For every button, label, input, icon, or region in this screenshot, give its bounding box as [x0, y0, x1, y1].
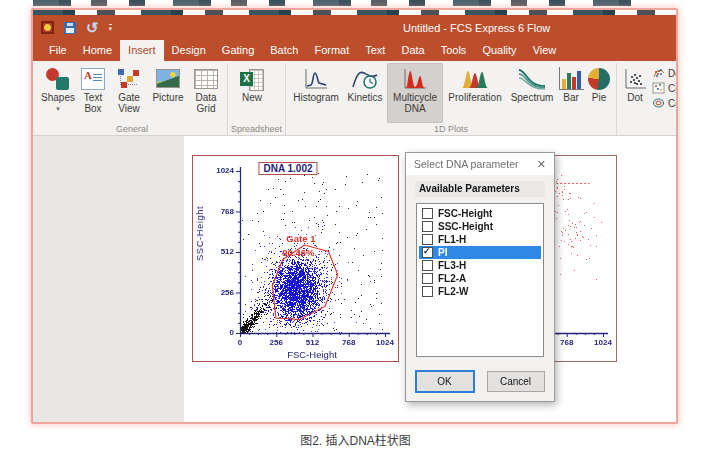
small-button-label: Cont: [668, 98, 676, 109]
parameter-row-fsc-height[interactable]: FSC-Height: [419, 207, 541, 220]
tab-text[interactable]: Text: [357, 40, 393, 61]
cancel-button[interactable]: Cancel: [487, 371, 545, 392]
tab-quality[interactable]: Quality: [474, 40, 524, 61]
checkbox-ssc-height[interactable]: [422, 221, 433, 232]
checkbox-fl2-w[interactable]: [422, 286, 433, 297]
tab-tools[interactable]: Tools: [433, 40, 475, 61]
parameter-label: FL2-A: [438, 273, 466, 284]
ribbon-tab-bar: FileHomeInsertDesignGatingBatchFormatTex…: [33, 40, 676, 61]
ribbon-small-button-colo[interactable]: Colo: [652, 81, 676, 96]
ribbon-button-label: Proliferation: [448, 93, 501, 104]
tab-batch[interactable]: Batch: [262, 40, 306, 61]
ribbon-button-shapes[interactable]: Shapes▾: [40, 63, 76, 123]
checkbox-fl1-h[interactable]: [422, 234, 433, 245]
tab-insert[interactable]: Insert: [120, 40, 164, 61]
ribbon-button-label: Text Box: [77, 93, 109, 115]
parameter-label: SSC-Height: [438, 221, 493, 232]
ribbon-button-picture[interactable]: Picture: [148, 63, 188, 123]
ribbon-group-label: [620, 123, 676, 136]
ribbon-button-dot[interactable]: Dot: [620, 63, 650, 123]
ok-button[interactable]: OK: [416, 371, 474, 392]
save-icon[interactable]: [64, 22, 76, 34]
ribbon-button-label: Shapes: [41, 93, 75, 104]
excel-icon: X: [240, 65, 264, 92]
app-logo-icon[interactable]: [41, 21, 54, 34]
ribbon-button-text-box[interactable]: AText Box: [76, 63, 110, 123]
ribbon-button-proliferation[interactable]: Proliferation: [443, 63, 507, 123]
plot-title-box[interactable]: DNA 1.002: [258, 162, 317, 175]
window-title: Untitled - FCS Express 6 Flow: [403, 22, 550, 34]
ribbon-button-label: Multicycle DNA: [388, 93, 442, 115]
dot-icon: [622, 65, 648, 92]
parameter-listbox[interactable]: FSC-HeightSSC-HeightFL1-HPIFL3-HFL2-AFL2…: [416, 203, 544, 357]
ribbon-group-label: Spreadsheet: [231, 123, 282, 136]
customize-quick-access-icon[interactable]: ▾: [109, 24, 113, 31]
ribbon-button-multicycle-dna[interactable]: Multicycle DNA: [387, 63, 443, 123]
parameter-label: FSC-Height: [438, 208, 492, 219]
checkbox-fl2-a[interactable]: [422, 273, 433, 284]
ribbon-group-1d-plots: HistogramKineticsMulticycle DNAProlifera…: [286, 63, 617, 135]
ribbon-button-bar[interactable]: Bar: [557, 63, 585, 123]
parameter-label: PI: [438, 247, 447, 258]
scatter-plot-canvas: [193, 156, 400, 363]
bar-icon: [559, 65, 584, 92]
ribbon-button-spectrum[interactable]: Spectrum: [507, 63, 557, 123]
dialog-buttons: OK Cancel: [406, 371, 554, 392]
ribbon-button-label: Data Grid: [189, 93, 223, 115]
spectrum-icon: [517, 65, 547, 92]
screenshot-frame: ↺ ▾ Untitled - FCS Express 6 Flow FileHo…: [31, 8, 678, 424]
ribbon-button-label: Picture: [152, 93, 183, 104]
gateview-icon: [117, 65, 141, 92]
kinetics-icon: [351, 65, 379, 92]
tab-data[interactable]: Data: [393, 40, 432, 61]
ribbon-group-spreadsheet: XNewSpreadsheet: [228, 63, 286, 135]
ribbon-button-label: Spectrum: [511, 93, 554, 104]
parameter-row-pi[interactable]: PI: [419, 246, 541, 259]
ribbon-group-label: 1D Plots: [289, 123, 613, 136]
tab-file[interactable]: File: [41, 40, 75, 61]
close-icon[interactable]: ✕: [537, 158, 546, 171]
y-axis-label: SSC-Height: [194, 206, 205, 261]
parameter-label: FL1-H: [438, 234, 466, 245]
tab-format[interactable]: Format: [306, 40, 357, 61]
ribbon-button-kinetics[interactable]: Kinetics: [343, 63, 387, 123]
figure-caption: 图2. 插入DNA柱状图: [0, 431, 711, 448]
datagrid-icon: [194, 65, 218, 92]
multicycle-icon: [402, 65, 428, 92]
ribbon-button-new[interactable]: XNew: [231, 63, 273, 123]
ribbon-button-gate-view[interactable]: Gate View: [110, 63, 148, 123]
checkbox-pi[interactable]: [422, 247, 433, 258]
colordot-icon: [652, 82, 665, 96]
parameter-label: FL3-H: [438, 260, 466, 271]
tab-home[interactable]: Home: [75, 40, 120, 61]
screenshot-crop-artifact: [33, 0, 633, 6]
ribbon-group-plots-extra: DotDensColoCont: [617, 63, 676, 135]
ribbon-small-button-cont[interactable]: Cont: [652, 96, 676, 111]
tab-gating[interactable]: Gating: [214, 40, 262, 61]
ribbon-button-label: Bar: [563, 93, 579, 104]
proliferation-icon: [460, 65, 490, 92]
checkbox-fsc-height[interactable]: [422, 208, 433, 219]
page: ↺ ▾ Untitled - FCS Express 6 Flow FileHo…: [0, 0, 711, 454]
parameter-row-fl1-h[interactable]: FL1-H: [419, 233, 541, 246]
small-button-label: Dens: [668, 68, 676, 79]
undo-icon[interactable]: ↺: [86, 20, 99, 35]
ribbon-button-label: Pie: [592, 93, 606, 104]
available-parameters-label: Available Parameters: [415, 181, 545, 197]
parameter-row-fl2-a[interactable]: FL2-A: [419, 272, 541, 285]
ribbon-button-pie[interactable]: Pie: [585, 63, 613, 123]
tab-design[interactable]: Design: [164, 40, 214, 61]
checkbox-fl3-h[interactable]: [422, 260, 433, 271]
scatter-plot-fsc-ssc[interactable]: DNA 1.002 SSC-Height FSC-Height: [192, 155, 399, 362]
small-button-stack: DensColoCont: [650, 63, 676, 117]
dropdown-arrow-icon[interactable]: ▾: [56, 105, 60, 113]
parameter-row-fl3-h[interactable]: FL3-H: [419, 259, 541, 272]
ribbon-small-button-dens[interactable]: Dens: [652, 66, 676, 81]
parameter-row-ssc-height[interactable]: SSC-Height: [419, 220, 541, 233]
tab-view[interactable]: View: [525, 40, 565, 61]
ribbon-button-histogram[interactable]: Histogram: [289, 63, 343, 123]
ribbon-group-general: Shapes▾AText BoxGate ViewPictureData Gri…: [37, 63, 228, 135]
parameter-row-fl2-w[interactable]: FL2-W: [419, 285, 541, 298]
parameter-label: FL2-W: [438, 286, 469, 297]
ribbon-button-data-grid[interactable]: Data Grid: [188, 63, 224, 123]
